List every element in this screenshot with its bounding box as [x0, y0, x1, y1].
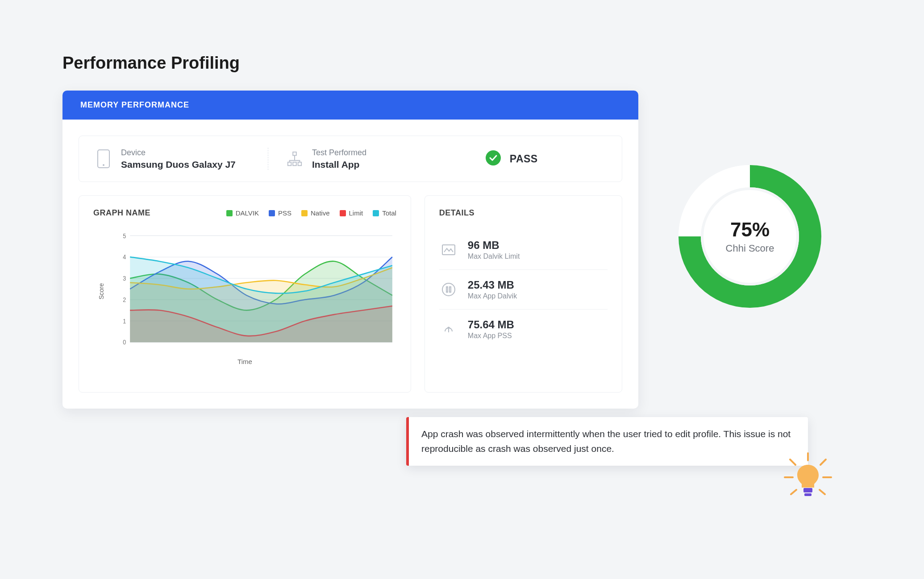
- detail-value: 75.64 MB: [468, 318, 514, 331]
- check-circle-icon: [486, 150, 501, 167]
- svg-line-27: [790, 459, 795, 465]
- detail-icon: [439, 240, 458, 259]
- graph-xlabel: Time: [93, 358, 396, 365]
- svg-text:4: 4: [123, 254, 126, 261]
- svg-point-20: [442, 283, 455, 296]
- svg-rect-33: [803, 488, 812, 492]
- graph-title: GRAPH NAME: [93, 208, 150, 218]
- legend-swatch: [301, 210, 308, 216]
- legend-item: Native: [301, 209, 330, 217]
- svg-line-32: [820, 490, 825, 494]
- svg-point-1: [103, 164, 104, 166]
- device-value: Samsung Duos Galaxy J7: [121, 159, 236, 170]
- summary-row: Device Samsung Duos Galaxy J7 Test Perfo…: [79, 136, 622, 182]
- svg-rect-3: [288, 162, 291, 166]
- svg-text:1: 1: [123, 318, 126, 325]
- svg-line-31: [791, 490, 796, 494]
- legend-swatch: [373, 210, 379, 216]
- svg-text:0: 0: [123, 339, 126, 346]
- crash-alert-text: App crash was observed intermittently wh…: [421, 429, 791, 454]
- svg-rect-4: [293, 162, 296, 166]
- lightbulb-icon: [781, 451, 835, 504]
- svg-rect-22: [450, 287, 451, 292]
- donut-label: Chhi Score: [726, 243, 774, 254]
- legend-label: PSS: [278, 209, 291, 217]
- svg-rect-19: [442, 245, 455, 255]
- legend-item: DALVIK: [226, 209, 259, 217]
- details-title: DETAILS: [439, 208, 608, 218]
- device-label: Device: [121, 148, 236, 157]
- test-label: Test Performed: [312, 148, 366, 157]
- memory-performance-panel: MEMORY PERFORMANCE Device Samsung Duos G…: [62, 91, 638, 409]
- svg-text:5: 5: [123, 232, 126, 240]
- svg-text:2: 2: [123, 296, 126, 303]
- legend-label: Native: [311, 209, 330, 217]
- panel-header: MEMORY PERFORMANCE: [62, 91, 638, 120]
- detail-label: Max Dalvik Limit: [468, 252, 520, 261]
- crash-alert: App crash was observed intermittently wh…: [406, 417, 808, 466]
- svg-rect-21: [446, 287, 448, 292]
- sitemap-icon: [286, 148, 303, 170]
- legend-item: PSS: [269, 209, 291, 217]
- score-donut: 75% Chhi Score: [674, 161, 826, 312]
- legend-swatch: [269, 210, 275, 216]
- svg-point-6: [486, 150, 501, 165]
- graph-card: GRAPH NAME DALVIKPSSNativeLimitTotal Sco…: [79, 195, 411, 393]
- graph-legend: DALVIKPSSNativeLimitTotal: [226, 209, 396, 217]
- detail-icon: [439, 280, 458, 299]
- detail-label: Max App PSS: [468, 332, 514, 340]
- svg-rect-2: [293, 152, 296, 156]
- detail-value: 25.43 MB: [468, 279, 517, 291]
- graph-ylabel: Score: [98, 283, 105, 300]
- details-card: DETAILS 96 MB Max Dalvik Limit 25.43 MB …: [425, 195, 622, 393]
- legend-label: DALVIK: [236, 209, 259, 217]
- legend-item: Limit: [340, 209, 363, 217]
- detail-row: 25.43 MB Max App Dalvik: [439, 270, 608, 310]
- legend-label: Limit: [349, 209, 363, 217]
- detail-icon: [439, 320, 458, 339]
- svg-rect-5: [298, 162, 301, 166]
- detail-row: 96 MB Max Dalvik Limit: [439, 230, 608, 270]
- page-title: Performance Profiling: [62, 54, 862, 73]
- svg-text:3: 3: [123, 275, 126, 282]
- graph-chart: 012345: [115, 231, 396, 352]
- legend-item: Total: [373, 209, 396, 217]
- legend-swatch: [226, 210, 233, 216]
- detail-label: Max App Dalvik: [468, 292, 517, 300]
- detail-row: 75.64 MB Max App PSS: [439, 310, 608, 349]
- test-value: Install App: [312, 159, 366, 170]
- legend-label: Total: [382, 209, 396, 217]
- donut-percent: 75%: [730, 219, 770, 241]
- detail-value: 96 MB: [468, 239, 520, 252]
- legend-swatch: [340, 210, 346, 216]
- svg-line-28: [820, 459, 826, 465]
- device-icon: [95, 148, 112, 170]
- status-text: PASS: [510, 153, 538, 165]
- svg-rect-34: [804, 493, 812, 496]
